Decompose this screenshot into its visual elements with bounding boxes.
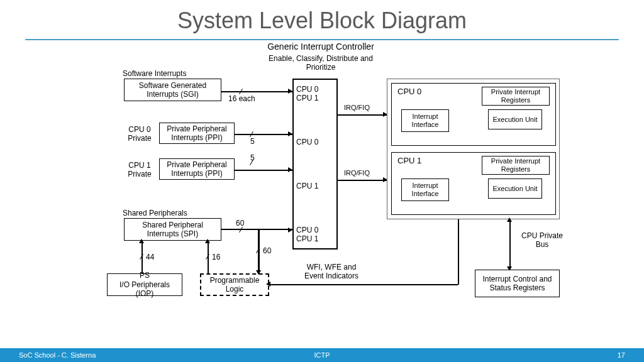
pl-count2: 60: [263, 246, 271, 255]
ppi1-arrow: [235, 170, 292, 171]
irqfiq-1: IRQ/FIQ: [344, 169, 370, 177]
bus-head-u: [507, 217, 512, 222]
bus-arrow: [509, 219, 511, 270]
ppi0-count: 5: [250, 137, 255, 146]
wfi-v: [458, 219, 459, 285]
footer-bar: SoC School - C. Sisterna ICTP 17: [0, 348, 644, 362]
ppi0-arrow: [235, 134, 292, 135]
cpu0-label: CPU 0: [397, 87, 421, 97]
title-rule: [25, 39, 619, 40]
spi-arrow-head: [288, 228, 292, 233]
irq1-arrow: [338, 180, 387, 181]
sgi-arrow-head: [288, 89, 292, 94]
gic-r2: CPU 0: [296, 136, 334, 148]
cpu0-pir: Private Interrupt Registers: [482, 87, 550, 106]
page-title: System Level Block Diagram: [0, 0, 644, 39]
block-diagram: Generic Interrupt Controller Enable, Cla…: [0, 43, 644, 332]
pl-arrow-d-head: [256, 270, 261, 275]
gic-subtitle: Enable, Classify, Distribute and Priorit…: [258, 54, 384, 72]
bus-label: CPU Private Bus: [517, 231, 567, 250]
spi-label: Shared Peripherals: [123, 209, 187, 217]
footer-center: ICTP: [314, 351, 330, 359]
iop-box: PS I/O Peripherals (IOP): [107, 273, 182, 296]
cpu1-eu: Execution Unit: [488, 178, 542, 199]
cpu0-private-label: CPU 0 Private: [124, 125, 155, 143]
irq0-arrow: [338, 114, 387, 116]
cpu-group: CPU 0 Private Interrupt Registers Interr…: [387, 79, 560, 219]
spi-box: Shared Peripheral Interrupts (SPI): [124, 218, 221, 241]
sgi-box: Software Generated Interrupts (SGI): [124, 79, 221, 101]
iop-count: 44: [146, 253, 154, 261]
pl-arrow-u-head: [205, 239, 210, 243]
cpu1-private-label: CPU 1 Private: [124, 161, 155, 179]
footer-page: 17: [618, 351, 625, 359]
sgi-arrow: [221, 91, 292, 92]
iop-arrow-head: [139, 239, 144, 243]
gic-block: CPU 0CPU 1 CPU 0 CPU 1 CPU 0CPU 1: [292, 79, 338, 250]
wfi-arrow: [269, 284, 458, 285]
ppi0-arrow-head: [288, 131, 292, 136]
gic-r4: CPU 0: [296, 226, 318, 234]
cpu0-ii: Interrupt Interface: [401, 109, 449, 132]
footer-left: SoC School - C. Sisterna: [19, 351, 96, 359]
cpu0-eu: Execution Unit: [488, 109, 542, 129]
spi-count: 60: [236, 219, 244, 228]
icsr-box: Interrupt Control and Status Registers: [475, 270, 560, 297]
spi-arrow: [221, 229, 292, 230]
irqfiq-0: IRQ/FIQ: [344, 104, 370, 112]
gic-r1: CPU 1: [296, 94, 318, 102]
gic-r5: CPU 1: [296, 234, 318, 243]
cpu1-label: CPU 1: [397, 156, 421, 166]
sgi-count: 16 each: [228, 94, 255, 103]
sgi-label: Software Interrupts: [123, 69, 186, 78]
pl-arrow-d: [258, 229, 260, 274]
cpu1-ii: Interrupt Interface: [401, 178, 449, 201]
gic-r3: CPU 1: [296, 180, 334, 192]
ppi1-arrow-head: [288, 167, 292, 172]
pl-box: Programmable Logic: [200, 273, 269, 296]
cpu1-pir: Private Interrupt Registers: [482, 156, 550, 175]
wfi-label: WFI, WFE and Event Indicators: [297, 263, 366, 281]
ppi1-count: 5: [250, 153, 255, 162]
ppi-box-1: Private Peripheral Interrupts (PPI): [159, 158, 235, 180]
wfi-arrow-head: [266, 282, 270, 287]
gic-title: Generic Interrupt Controller: [258, 41, 384, 52]
ppi-box-0: Private Peripheral Interrupts (PPI): [159, 123, 235, 144]
gic-r0: CPU 0: [296, 85, 318, 94]
pl-count1: 16: [212, 253, 220, 261]
